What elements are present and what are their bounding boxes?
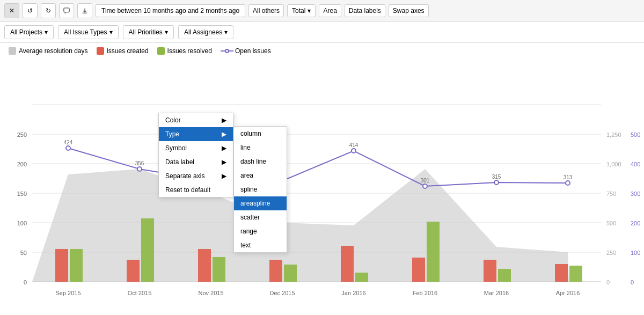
sub-menu-item-dash-line[interactable]: dash line: [234, 155, 287, 169]
svg-text:750: 750: [606, 191, 616, 197]
svg-text:100: 100: [631, 250, 640, 256]
svg-rect-38: [70, 249, 83, 282]
filter-projects[interactable]: All Projects ▾: [4, 25, 54, 39]
svg-rect-43: [427, 222, 440, 282]
sub-menu-item-areaspline[interactable]: areaspline: [234, 196, 287, 210]
sub-menu-item-spline[interactable]: spline: [234, 182, 287, 196]
area-button[interactable]: Area: [319, 4, 341, 17]
total-button[interactable]: Total ▾: [287, 4, 316, 17]
sub-menu-item-line[interactable]: line: [234, 141, 287, 155]
chart-svg: 0 50 100 150 200 250 0 250 500 750 1,000…: [0, 94, 644, 315]
sub-menu-item-scatter[interactable]: scatter: [234, 210, 287, 224]
svg-text:301: 301: [421, 178, 430, 184]
context-menu-item-type[interactable]: Type ▶: [159, 127, 233, 141]
total-arrow-icon: ▾: [308, 7, 311, 14]
chart-container: Average resolution days Issues created I…: [0, 43, 644, 306]
svg-text:414: 414: [349, 142, 358, 148]
svg-point-47: [137, 167, 142, 171]
filter-priorities-arrow-icon: ▾: [165, 28, 168, 36]
legend-open-issues-icon: [221, 48, 233, 54]
sub-menu-item-area[interactable]: area: [234, 169, 287, 182]
svg-point-46: [66, 146, 70, 150]
filter-priorities-label: All Priorities: [129, 28, 163, 36]
toolbar: ✕ ↺ ↻ Time between 10 months ago and 2 m…: [0, 0, 644, 22]
sub-menu-item-column[interactable]: column: [234, 127, 287, 141]
svg-text:1,000: 1,000: [606, 161, 621, 167]
legend-avg-resolution-icon: [9, 47, 16, 55]
svg-text:Jan 2016: Jan 2016: [341, 290, 365, 296]
svg-text:300: 300: [631, 191, 640, 197]
svg-text:Nov 2015: Nov 2015: [198, 290, 223, 296]
svg-point-52: [494, 180, 499, 185]
svg-rect-42: [355, 273, 368, 282]
svg-point-53: [566, 181, 570, 185]
legend-avg-resolution-label: Average resolution days: [19, 47, 88, 55]
svg-text:313: 313: [564, 174, 573, 180]
redo-button[interactable]: ↻: [41, 3, 56, 18]
legend-issues-created-icon: [97, 47, 104, 55]
svg-text:200: 200: [17, 161, 27, 167]
filter-assignees-label: All Assignees: [184, 28, 222, 36]
total-label: Total: [292, 7, 305, 14]
type-submenu: column line dash line area spline areasp…: [233, 126, 287, 253]
svg-rect-33: [269, 260, 282, 282]
context-menu-item-symbol[interactable]: Symbol ▶: [159, 141, 233, 155]
svg-rect-37: [555, 264, 568, 282]
svg-rect-31: [127, 260, 140, 282]
context-menu-symbol-arrow-icon: ▶: [222, 144, 226, 152]
svg-text:Feb 2016: Feb 2016: [413, 290, 437, 296]
svg-rect-30: [55, 249, 68, 282]
svg-text:0: 0: [631, 279, 634, 285]
svg-text:Sep 2015: Sep 2015: [55, 290, 80, 296]
svg-text:1,250: 1,250: [606, 131, 621, 138]
data-labels-button[interactable]: Data labels: [345, 4, 385, 17]
swap-axes-button[interactable]: Swap axes: [389, 4, 429, 17]
filter-bar: All Projects ▾ All Issue Types ▾ All Pri…: [0, 22, 644, 43]
comment-button[interactable]: [59, 3, 74, 18]
sub-menu-item-text[interactable]: text: [234, 238, 287, 252]
svg-text:500: 500: [606, 220, 616, 226]
svg-rect-34: [341, 246, 354, 282]
filter-projects-label: All Projects: [10, 28, 42, 36]
undo-button[interactable]: ↺: [23, 3, 38, 18]
svg-rect-40: [213, 257, 225, 282]
context-menu-separate-axis-arrow-icon: ▶: [222, 172, 226, 180]
filter-assignees-arrow-icon: ▾: [224, 28, 228, 36]
filter-assignees[interactable]: All Assignees ▾: [178, 25, 233, 39]
svg-point-2: [225, 49, 229, 53]
all-others-button[interactable]: All others: [248, 4, 284, 17]
filter-issue-types-label: All Issue Types: [64, 28, 107, 36]
svg-rect-36: [484, 260, 496, 282]
filter-issue-types[interactable]: All Issue Types ▾: [58, 25, 118, 39]
context-menu-item-color[interactable]: Color ▶: [159, 113, 233, 127]
download-button[interactable]: [77, 3, 92, 18]
context-menu-item-separate-axis[interactable]: Separate axis ▶: [159, 169, 233, 183]
svg-text:356: 356: [135, 160, 144, 166]
svg-text:200: 200: [631, 220, 640, 226]
svg-text:Mar 2016: Mar 2016: [484, 290, 509, 296]
svg-point-51: [423, 184, 427, 188]
svg-text:50: 50: [20, 250, 27, 256]
filter-issue-types-arrow-icon: ▾: [109, 28, 113, 36]
context-menu-type-label: Type: [165, 130, 179, 138]
legend-issues-created: Issues created: [97, 47, 149, 55]
chart-legend: Average resolution days Issues created I…: [0, 43, 644, 59]
svg-text:315: 315: [492, 174, 501, 180]
filter-priorities[interactable]: All Priorities ▾: [123, 25, 174, 39]
time-range-button[interactable]: Time between 10 months ago and 2 months …: [96, 4, 245, 17]
svg-text:100: 100: [17, 220, 27, 226]
context-menu-item-data-label[interactable]: Data label ▶: [159, 155, 233, 169]
svg-rect-35: [412, 258, 425, 282]
svg-text:424: 424: [64, 140, 73, 145]
legend-open-issues-label: Open issues: [235, 47, 271, 55]
context-menu-color-label: Color: [165, 116, 181, 124]
close-button[interactable]: ✕: [4, 3, 19, 18]
sub-menu-item-range[interactable]: range: [234, 224, 287, 238]
context-menu-data-label-arrow-icon: ▶: [222, 158, 226, 166]
context-menu-symbol-label: Symbol: [165, 144, 187, 152]
context-menu-item-reset[interactable]: Reset to default: [159, 183, 233, 197]
svg-text:500: 500: [631, 131, 640, 138]
svg-rect-41: [284, 265, 297, 282]
legend-issues-created-label: Issues created: [107, 47, 149, 55]
svg-text:150: 150: [17, 191, 27, 197]
